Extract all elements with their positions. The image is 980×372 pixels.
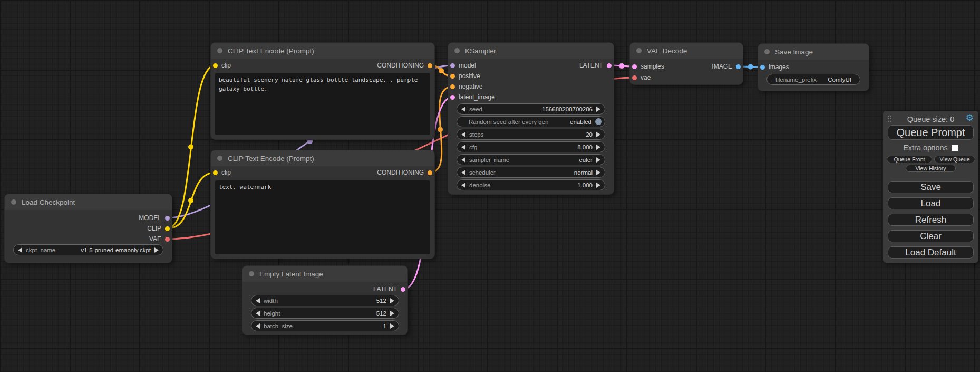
queue-front-button[interactable]: Queue Front bbox=[887, 156, 932, 163]
slot-dot-conditioning[interactable] bbox=[428, 170, 432, 175]
increment-arrow-icon[interactable] bbox=[390, 298, 394, 303]
scheduler-widget[interactable]: scheduler normal bbox=[457, 167, 605, 178]
increment-arrow-icon[interactable] bbox=[596, 145, 600, 150]
collapse-dot-icon[interactable] bbox=[764, 49, 770, 54]
node-title-bar[interactable]: KSampler bbox=[448, 43, 614, 59]
output-slot-image[interactable]: IMAGE bbox=[712, 61, 741, 72]
node-title-bar[interactable]: Empty Latent Image bbox=[242, 266, 407, 282]
collapse-dot-icon[interactable] bbox=[217, 48, 222, 53]
slot-dot-clip[interactable] bbox=[213, 63, 218, 68]
slot-dot-clip[interactable] bbox=[165, 226, 170, 231]
collapse-dot-icon[interactable] bbox=[11, 199, 16, 205]
clear-button[interactable]: Clear bbox=[888, 230, 974, 242]
slot-dot-latent[interactable] bbox=[401, 287, 405, 292]
input-slot-images[interactable]: images bbox=[760, 62, 789, 72]
sampler-name-widget[interactable]: sampler_name euler bbox=[457, 154, 605, 165]
node-save-image[interactable]: Save Image images filename_prefix ComfyU… bbox=[758, 44, 869, 91]
collapse-dot-icon[interactable] bbox=[454, 48, 460, 53]
output-slot-clip[interactable]: CLIP bbox=[147, 223, 170, 234]
link-dot[interactable] bbox=[619, 63, 625, 69]
increment-arrow-icon[interactable] bbox=[596, 170, 600, 175]
increment-arrow-icon[interactable] bbox=[596, 107, 600, 112]
input-slot-positive[interactable]: positive bbox=[450, 71, 480, 81]
increment-arrow-icon[interactable] bbox=[154, 247, 159, 253]
decrement-arrow-icon[interactable] bbox=[461, 145, 465, 150]
decrement-arrow-icon[interactable] bbox=[256, 311, 260, 316]
node-ksampler[interactable]: KSampler model positive negative latent_… bbox=[448, 43, 614, 194]
extra-options-checkbox[interactable] bbox=[952, 145, 958, 151]
node-title-bar[interactable]: Load Checkpoint bbox=[5, 194, 172, 210]
output-slot-model[interactable]: MODEL bbox=[139, 213, 170, 223]
node-title-bar[interactable]: Save Image bbox=[758, 44, 869, 60]
ckpt-name-widget[interactable]: ckpt_name v1-5-pruned-emaonly.ckpt bbox=[13, 244, 163, 255]
decrement-arrow-icon[interactable] bbox=[256, 298, 260, 303]
slot-dot-latent[interactable] bbox=[607, 63, 612, 68]
slot-dot-latent[interactable] bbox=[450, 95, 455, 100]
slot-dot-conditioning[interactable] bbox=[450, 74, 455, 79]
queue-prompt-button[interactable]: Queue Prompt bbox=[888, 125, 974, 140]
collapse-dot-icon[interactable] bbox=[217, 156, 222, 161]
decrement-arrow-icon[interactable] bbox=[256, 323, 260, 329]
link-dot[interactable] bbox=[307, 139, 313, 144]
settings-gear-icon[interactable]: ⚙ bbox=[966, 113, 974, 123]
load-default-button[interactable]: Load Default bbox=[888, 246, 974, 259]
output-slot-latent[interactable]: LATENT bbox=[373, 284, 405, 294]
link-dot[interactable] bbox=[188, 198, 193, 203]
steps-widget[interactable]: steps 20 bbox=[457, 129, 605, 140]
slot-dot-latent[interactable] bbox=[632, 64, 637, 69]
collapse-dot-icon[interactable] bbox=[636, 48, 642, 53]
link-dot[interactable] bbox=[188, 145, 193, 150]
slot-dot-conditioning[interactable] bbox=[450, 84, 455, 89]
cfg-widget[interactable]: cfg 8.000 bbox=[457, 141, 605, 152]
slot-dot-conditioning[interactable] bbox=[428, 63, 432, 68]
link-dot[interactable] bbox=[748, 64, 753, 70]
seed-widget[interactable]: seed 156680208700286 bbox=[457, 103, 605, 115]
view-history-button[interactable]: View History bbox=[906, 165, 956, 172]
decrement-arrow-icon[interactable] bbox=[18, 247, 22, 253]
node-graph-canvas[interactable]: Load Checkpoint MODEL CLIP VAE ckpt_name… bbox=[0, 0, 980, 372]
output-slot-vae[interactable]: VAE bbox=[149, 234, 170, 244]
input-slot-samples[interactable]: samples bbox=[632, 61, 664, 72]
increment-arrow-icon[interactable] bbox=[390, 323, 394, 329]
width-widget[interactable]: width 512 bbox=[251, 295, 399, 306]
decrement-arrow-icon[interactable] bbox=[461, 170, 465, 175]
slot-dot-vae[interactable] bbox=[165, 237, 170, 242]
node-vae-decode[interactable]: VAE Decode samples vae IMAGE bbox=[630, 43, 743, 84]
view-queue-button[interactable]: View Queue bbox=[934, 156, 975, 163]
output-slot-conditioning[interactable]: CONDITIONING bbox=[377, 167, 432, 178]
decrement-arrow-icon[interactable] bbox=[461, 132, 465, 137]
collapse-dot-icon[interactable] bbox=[249, 271, 254, 276]
filename-prefix-widget[interactable]: filename_prefix ComfyUI bbox=[766, 74, 860, 85]
slot-dot-clip[interactable] bbox=[213, 170, 218, 175]
height-widget[interactable]: height 512 bbox=[251, 308, 399, 319]
increment-arrow-icon[interactable] bbox=[596, 183, 600, 188]
prompt-textarea[interactable]: beautiful scenery nature glass bottle la… bbox=[215, 73, 430, 135]
link-dot[interactable] bbox=[439, 68, 444, 73]
slot-dot-vae[interactable] bbox=[632, 75, 637, 80]
decrement-arrow-icon[interactable] bbox=[461, 107, 465, 112]
slot-dot-model[interactable] bbox=[165, 216, 170, 221]
increment-arrow-icon[interactable] bbox=[390, 311, 394, 316]
prompt-textarea[interactable]: text, watermark bbox=[215, 180, 430, 254]
node-title-bar[interactable]: CLIP Text Encode (Prompt) bbox=[211, 150, 434, 166]
batch-size-widget[interactable]: batch_size 1 bbox=[251, 320, 399, 331]
slot-dot-model[interactable] bbox=[450, 63, 455, 68]
output-slot-latent[interactable]: LATENT bbox=[579, 60, 612, 71]
load-button[interactable]: Load bbox=[888, 197, 974, 209]
node-title-bar[interactable]: VAE Decode bbox=[630, 43, 743, 59]
increment-arrow-icon[interactable] bbox=[596, 132, 600, 137]
node-title-bar[interactable]: CLIP Text Encode (Prompt) bbox=[211, 43, 434, 59]
increment-arrow-icon[interactable] bbox=[596, 157, 600, 163]
node-load-checkpoint[interactable]: Load Checkpoint MODEL CLIP VAE ckpt_name… bbox=[5, 194, 172, 263]
node-clip-text-encode-positive[interactable]: CLIP Text Encode (Prompt) clip CONDITION… bbox=[211, 43, 434, 139]
input-slot-model[interactable]: model bbox=[450, 60, 476, 71]
input-slot-clip[interactable]: clip bbox=[213, 167, 231, 178]
slot-dot-image[interactable] bbox=[760, 65, 765, 70]
denoise-widget[interactable]: denoise 1.000 bbox=[457, 179, 605, 190]
input-slot-latent-image[interactable]: latent_image bbox=[450, 92, 495, 102]
toggle-dot-icon[interactable] bbox=[595, 118, 602, 125]
save-button[interactable]: Save bbox=[888, 181, 974, 193]
node-empty-latent-image[interactable]: Empty Latent Image LATENT width 512 heig… bbox=[242, 266, 407, 335]
decrement-arrow-icon[interactable] bbox=[461, 157, 465, 163]
link-dot[interactable] bbox=[438, 127, 443, 132]
